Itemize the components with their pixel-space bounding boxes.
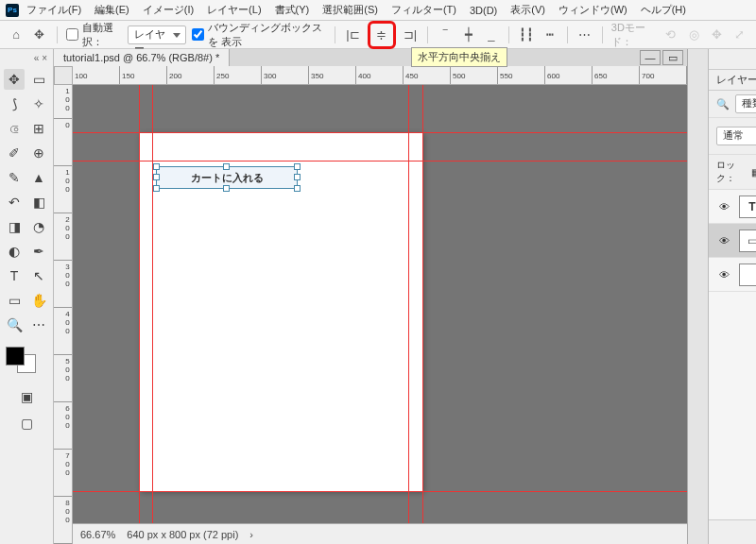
canvas-viewport[interactable]: カートに入れる <box>73 85 687 523</box>
move-tool[interactable]: ✥ <box>4 69 25 90</box>
ruler-horizontal[interactable]: 100150200250300350400450500550600650700 <box>73 66 687 85</box>
menu-window[interactable]: ウィンドウ(W) <box>553 1 633 19</box>
auto-select-dropdown[interactable]: レイヤー <box>128 26 186 44</box>
marquee-tool[interactable]: ▭ <box>28 69 49 90</box>
blend-mode-dropdown[interactable]: 通常 <box>716 127 756 145</box>
layers-panel-title[interactable]: レイヤー <box>716 73 756 87</box>
guide-h[interactable] <box>73 161 687 162</box>
distribute-v-icon[interactable]: ┅ <box>541 25 558 45</box>
layer-row[interactable]: 👁 T カート に入れる <box>709 190 756 224</box>
search-icon[interactable]: 🔍 <box>716 98 730 110</box>
quickmask-icon[interactable]: ▣ <box>16 386 37 407</box>
menu-3d[interactable]: 3D(D) <box>464 3 503 18</box>
menu-type[interactable]: 書式(Y) <box>269 1 316 19</box>
menu-layer[interactable]: レイヤー(L) <box>201 1 266 19</box>
guide-v[interactable] <box>152 85 153 523</box>
status-bar: 66.67% 640 px x 800 px (72 ppi) › <box>73 523 687 544</box>
layer-row[interactable]: 👁 ▭ 長方形 1 <box>709 224 756 258</box>
stamp-tool[interactable]: ▲ <box>28 167 49 188</box>
menu-file[interactable]: ファイル(F) <box>21 1 87 19</box>
show-transform-toggle[interactable]: バウンディングボックスを 表示 <box>192 21 327 49</box>
align-left-icon[interactable]: |⊏ <box>344 25 361 45</box>
screenmode-icon[interactable]: ▢ <box>16 413 37 434</box>
show-transform-label: バウンディングボックスを 表示 <box>208 21 327 49</box>
auto-select-label: 自動選択： <box>82 21 122 49</box>
scale-3d-icon[interactable]: ⤢ <box>731 25 748 45</box>
layer-thumb-bg-icon <box>739 264 756 286</box>
history-brush-tool[interactable]: ↶ <box>4 192 25 212</box>
fg-color-swatch[interactable] <box>6 347 25 366</box>
ruler-vertical[interactable]: 1000100200300400500600700800 <box>54 85 73 544</box>
menu-select[interactable]: 選択範囲(S) <box>317 1 384 19</box>
crop-tool[interactable]: ⟃ <box>4 118 25 139</box>
zoom-level[interactable]: 66.67% <box>80 529 115 540</box>
visibility-icon[interactable]: 👁 <box>716 235 731 246</box>
frame-tool[interactable]: ⊞ <box>28 118 49 139</box>
window-restore-icon[interactable]: ▭ <box>662 50 683 65</box>
orbit-3d-icon[interactable]: ⟲ <box>662 25 679 45</box>
move-tool-icon[interactable]: ✥ <box>30 25 47 45</box>
guide-h[interactable] <box>73 132 687 133</box>
more-tools[interactable]: ⋯ <box>28 314 49 335</box>
layer-row[interactable]: 👁 背景 🔒 <box>709 258 756 292</box>
menu-filter[interactable]: フィルター(T) <box>386 1 462 19</box>
color-swatches[interactable] <box>4 347 38 373</box>
layer-list: 👁 T カート に入れる 👁 ▭ 長方形 1 👁 背景 🔒 <box>709 190 756 519</box>
pan-3d-icon[interactable]: ◎ <box>685 25 702 45</box>
tools-collapse-icon[interactable]: « × <box>2 53 51 63</box>
align-top-icon[interactable]: ‾ <box>437 25 454 45</box>
window-minimize-icon[interactable]: — <box>640 50 661 65</box>
tools-panel: « × ✥ ▭ ⟆ ✧ ⟃ ⊞ ✐ ⊕ ✎ ▲ ↶ ◧ ◨ ◔ ◐ ✒ T ↖ … <box>0 49 54 544</box>
status-caret-icon[interactable]: › <box>249 529 253 540</box>
align-right-icon[interactable]: ⊐| <box>402 25 419 45</box>
align-center-v-icon[interactable]: ┿ <box>459 25 476 45</box>
guide-v[interactable] <box>408 85 409 523</box>
lasso-tool[interactable]: ⟆ <box>4 94 25 114</box>
move-3d-icon[interactable]: ✥ <box>708 25 725 45</box>
ruler-origin[interactable] <box>54 66 73 85</box>
lock-pixels-icon[interactable]: ▦ <box>751 167 756 178</box>
layer-thumb-shape-icon: ▭ <box>739 230 756 252</box>
gradient-tool[interactable]: ◨ <box>4 216 25 237</box>
visibility-icon[interactable]: 👁 <box>716 201 731 212</box>
align-center-h-highlight: ≑ <box>368 21 396 49</box>
mode-3d-label: 3Dモード： <box>611 21 657 49</box>
zoom-tool[interactable]: 🔍 <box>4 314 25 335</box>
type-tool[interactable]: T <box>4 265 25 286</box>
layer-thumb-type-icon: T <box>739 196 756 218</box>
options-bar: ⌂ ✥ 自動選択： レイヤー バウンディングボックスを 表示 |⊏ ≑ ⊐| ‾… <box>0 21 756 49</box>
eraser-tool[interactable]: ◧ <box>28 192 49 212</box>
layers-panel-footer: ⌘ fx ▣ ◐ 🗀 ⊞ 🗑 <box>709 519 756 544</box>
distribute-h-icon[interactable]: ┇┇ <box>518 25 535 45</box>
eyedropper-tool[interactable]: ✐ <box>4 143 25 163</box>
text-content: カートに入れる <box>191 171 264 185</box>
dodge-tool[interactable]: ◐ <box>4 241 25 262</box>
pen-tool[interactable]: ✒ <box>28 241 49 262</box>
home-icon[interactable]: ⌂ <box>8 25 25 45</box>
align-center-h-icon[interactable]: ≑ <box>371 25 392 45</box>
guide-h[interactable] <box>73 491 687 492</box>
magic-wand-tool[interactable]: ✧ <box>28 94 49 114</box>
auto-select-toggle[interactable]: 自動選択： <box>66 21 122 49</box>
visibility-icon[interactable]: 👁 <box>716 269 731 280</box>
menu-help[interactable]: ヘルプ(H) <box>635 1 692 19</box>
brush-tool[interactable]: ✎ <box>4 167 25 188</box>
layers-panel: « ▦ レイヤー ≡ 🔍 種類 ▦ ◐ T ▱ ▢ ◉ <box>709 49 756 544</box>
align-bottom-icon[interactable]: _ <box>483 25 500 45</box>
guide-v[interactable] <box>139 85 140 523</box>
guide-v[interactable] <box>422 85 423 523</box>
selected-text-layer[interactable]: カートに入れる <box>156 166 298 189</box>
collapsed-panels-strip <box>688 49 709 544</box>
filter-type-dropdown[interactable]: 種類 <box>735 94 756 113</box>
menu-view[interactable]: 表示(V) <box>505 1 551 19</box>
more-icon[interactable]: ⋯ <box>576 25 593 45</box>
lock-label: ロック： <box>716 159 746 185</box>
hand-tool[interactable]: ✋ <box>28 290 49 311</box>
rectangle-tool[interactable]: ▭ <box>4 290 25 311</box>
menu-image[interactable]: イメージ(I) <box>137 1 199 19</box>
heal-tool[interactable]: ⊕ <box>28 143 49 163</box>
menu-edit[interactable]: 編集(E) <box>89 1 135 19</box>
blur-tool[interactable]: ◔ <box>28 216 49 237</box>
path-select-tool[interactable]: ↖ <box>28 265 49 286</box>
app-icon: Ps <box>6 4 19 17</box>
